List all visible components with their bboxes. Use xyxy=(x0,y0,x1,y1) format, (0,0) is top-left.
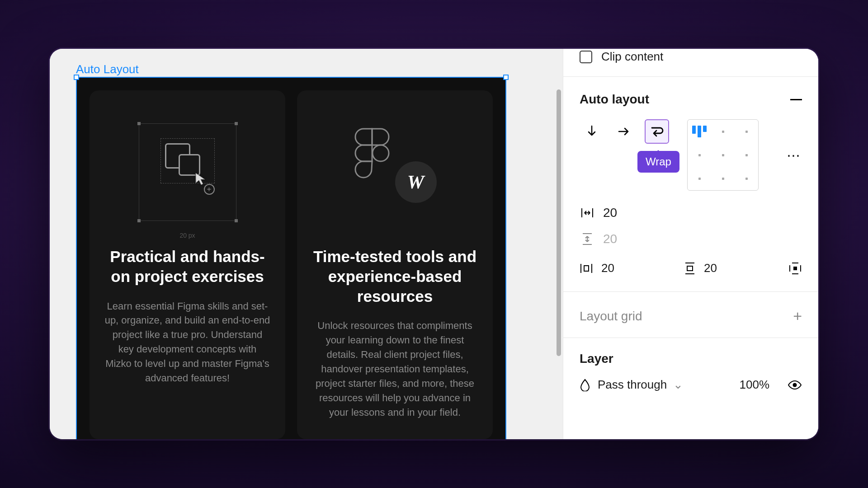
horizontal-padding-input[interactable]: 20 xyxy=(601,261,614,275)
vertical-gap-icon xyxy=(580,232,595,246)
horizontal-gap-icon xyxy=(580,207,595,219)
card2-title: Time-tested tools and experience-based r… xyxy=(311,247,478,306)
dimension-label: 20 px xyxy=(133,232,242,239)
alignment-grid[interactable] xyxy=(687,119,759,191)
clip-content-label: Clip content xyxy=(601,50,663,64)
direction-vertical-button[interactable] xyxy=(580,119,604,144)
svg-rect-1 xyxy=(584,266,589,271)
card-practical[interactable]: 20 px + Practical and hands-on project e… xyxy=(90,90,285,439)
svg-point-0 xyxy=(373,145,389,161)
blend-mode-icon xyxy=(580,379,590,391)
remove-autolayout-button[interactable] xyxy=(790,99,802,100)
horizontal-gap-input[interactable]: 20 xyxy=(603,206,617,220)
svg-rect-3 xyxy=(793,267,797,270)
layout-grid-heading: Layout grid xyxy=(580,309,642,324)
blend-mode-select[interactable]: Pass through ⌄ xyxy=(598,378,683,392)
opacity-input[interactable]: 100% xyxy=(740,378,770,392)
card2-illustration: W xyxy=(311,107,478,238)
svg-point-4 xyxy=(793,383,797,387)
app-window: Auto Layout 20 px xyxy=(50,49,818,439)
direction-wrap-button[interactable] xyxy=(645,119,669,144)
figma-icon xyxy=(354,128,390,180)
layer-heading: Layer xyxy=(580,352,802,366)
visibility-toggle[interactable] xyxy=(788,380,802,390)
wrap-tooltip: Wrap xyxy=(637,151,679,173)
vertical-padding-input[interactable]: 20 xyxy=(704,261,717,275)
vertical-gap-input[interactable]: 20 xyxy=(603,232,617,246)
auto-layout-frame[interactable]: 20 px + Practical and hands-on project e… xyxy=(76,77,506,439)
horizontal-padding-icon xyxy=(580,263,593,274)
card1-description: Learn essential Figma skills and set-up,… xyxy=(104,299,271,385)
frame-label[interactable]: Auto Layout xyxy=(76,62,139,76)
svg-rect-2 xyxy=(687,266,693,271)
canvas-scrollbar[interactable] xyxy=(557,89,561,356)
autolayout-more-button[interactable]: ⋯ xyxy=(787,147,802,163)
independent-padding-button[interactable] xyxy=(788,262,802,275)
canvas-area[interactable]: Auto Layout 20 px xyxy=(50,49,563,439)
autolayout-heading: Auto layout xyxy=(580,92,649,107)
card1-title: Practical and hands-on project exercises xyxy=(104,247,271,286)
resize-handle-tr[interactable] xyxy=(503,75,509,80)
card1-illustration: 20 px + xyxy=(104,107,271,238)
webflow-icon: W xyxy=(395,161,437,203)
add-layout-grid-button[interactable]: + xyxy=(793,307,802,325)
clip-content-checkbox[interactable] xyxy=(580,51,592,63)
card2-description: Unlock resources that compliments your l… xyxy=(311,319,478,419)
card-tools[interactable]: W Time-tested tools and experience-based… xyxy=(297,90,493,439)
resize-handle-tl[interactable] xyxy=(74,75,79,80)
vertical-padding-icon xyxy=(684,262,696,275)
design-panel: Clip content Auto layout xyxy=(563,49,818,439)
chevron-down-icon: ⌄ xyxy=(673,378,683,392)
direction-horizontal-button[interactable] xyxy=(612,119,637,144)
